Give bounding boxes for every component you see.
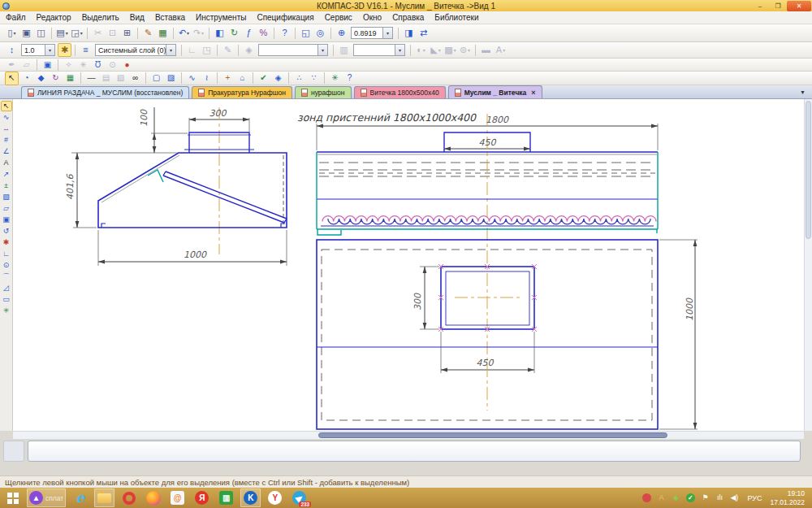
- property-panel[interactable]: [28, 441, 801, 462]
- tool-editing[interactable]: ↗: [1, 169, 12, 180]
- context-help-button[interactable]: ?: [278, 26, 292, 40]
- menu-item-спецификация[interactable]: Спецификация: [257, 13, 313, 22]
- menu-item-сервис[interactable]: Сервис: [325, 13, 352, 22]
- tool-text[interactable]: A: [1, 158, 12, 168]
- taskbar-app-alice[interactable]: ▲сплат: [27, 488, 66, 507]
- select-by-props-button[interactable]: ↻: [49, 72, 63, 85]
- horizontal-scrollbar[interactable]: [13, 431, 804, 439]
- document-tab-3[interactable]: нурафшон: [295, 86, 352, 98]
- tool-triangle[interactable]: ◿: [1, 283, 12, 293]
- macro-icon-2[interactable]: ▱: [19, 58, 33, 72]
- spreadsheet-button[interactable]: ▦: [156, 26, 170, 40]
- taskbar-app-store[interactable]: ▥: [216, 488, 236, 507]
- view-combo[interactable]: ▾: [258, 44, 328, 56]
- start-button[interactable]: [2, 488, 23, 507]
- assoc-on-button[interactable]: ∴: [292, 72, 306, 85]
- tool-corner[interactable]: ∟: [1, 249, 12, 259]
- print-area-button[interactable]: ▤: [99, 72, 113, 85]
- color-style-button[interactable]: ⊜▾: [458, 43, 472, 57]
- document-tab-5[interactable]: Муслим _ Витечка×: [448, 85, 542, 98]
- tray-icon-shield[interactable]: ◆: [671, 492, 680, 505]
- taskbar-app-photos[interactable]: @: [167, 488, 188, 507]
- cut-button[interactable]: ✂: [91, 26, 105, 40]
- redo-button[interactable]: ↷▾: [192, 26, 205, 40]
- menu-item-библиотеки[interactable]: Библиотеки: [434, 13, 478, 22]
- spline-edit-button[interactable]: ∿: [185, 72, 199, 85]
- open-document-button[interactable]: ▣: [19, 26, 33, 40]
- tool-geometry[interactable]: ∿: [1, 112, 12, 123]
- menu-item-редактор[interactable]: Редактор: [37, 13, 71, 22]
- taskbar-clock[interactable]: 19:10 17.01.2022: [770, 489, 805, 506]
- tool-selection[interactable]: ↖: [1, 101, 12, 111]
- menu-item-инструменты[interactable]: Инструменты: [196, 13, 246, 22]
- property-panel-grip[interactable]: [3, 441, 24, 462]
- menu-item-вставка[interactable]: Вставка: [155, 13, 185, 22]
- select-hatch-button[interactable]: ▨: [164, 72, 178, 85]
- taskbar-app-yandex-browser[interactable]: Я: [192, 488, 212, 507]
- copy-properties-button[interactable]: ✎: [141, 26, 155, 40]
- layers-button[interactable]: ≡: [79, 43, 93, 57]
- select-tool-button[interactable]: ↖: [5, 72, 19, 85]
- horizontal-scrollbar-thumb[interactable]: [318, 432, 667, 438]
- document-tab-1[interactable]: ЛИНИЯ РАЗДАЧА _ МУСЛИМ (восстановлен): [21, 86, 189, 98]
- taskbar-app-opera[interactable]: [119, 488, 139, 507]
- plugin-button[interactable]: Ʊ: [91, 58, 105, 72]
- select-circle-button[interactable]: ◔: [19, 72, 33, 85]
- print-button[interactable]: ▤▾: [55, 26, 69, 40]
- tool-circle[interactable]: ⊙: [1, 260, 12, 271]
- web-library-button[interactable]: ✳: [328, 72, 342, 85]
- taskbar-app-ie[interactable]: e: [70, 488, 90, 507]
- view-orientation-button[interactable]: ◳: [200, 43, 214, 57]
- taskbar-app-telegram[interactable]: ▶233: [289, 488, 309, 507]
- zoom-area-button[interactable]: ◱: [299, 26, 313, 40]
- taskbar-app-kompas[interactable]: K: [240, 488, 261, 507]
- tray-icon-app[interactable]: [641, 492, 651, 505]
- hatch-style-button[interactable]: ▩▾: [443, 43, 457, 57]
- tray-icon-flag[interactable]: ⚑: [700, 492, 710, 505]
- tool-frame[interactable]: ▭: [1, 294, 12, 305]
- area-button[interactable]: ⌂: [235, 72, 249, 85]
- select-prev-button[interactable]: ◆: [34, 72, 48, 85]
- find-button[interactable]: ∞: [128, 72, 142, 85]
- vertical-scrollbar[interactable]: [804, 99, 812, 431]
- tool-angle[interactable]: ∠: [1, 146, 12, 157]
- rebuild-button[interactable]: ↻: [227, 26, 241, 40]
- edit-style-button[interactable]: ✎: [221, 43, 235, 57]
- insert-view-button[interactable]: ◈: [242, 43, 256, 57]
- select-table-button[interactable]: ▦: [63, 72, 77, 85]
- print-preview-button[interactable]: ◲▾: [70, 26, 84, 40]
- tool-rotate[interactable]: ↺: [1, 226, 12, 237]
- menu-item-окно[interactable]: Окно: [363, 13, 382, 22]
- tray-icon-network[interactable]: ılı: [715, 492, 724, 505]
- document-views-button[interactable]: ◨: [402, 26, 416, 40]
- taskbar-app-firefox[interactable]: [143, 488, 163, 507]
- taskbar-app-yandex-search[interactable]: Y: [265, 488, 285, 507]
- new-document-button[interactable]: ▯▾: [5, 26, 19, 40]
- zoom-in-button[interactable]: ⊕: [335, 26, 348, 40]
- pen-style-button[interactable]: ◣▾: [429, 43, 443, 57]
- tool-hatching[interactable]: ▧: [1, 192, 12, 202]
- tool-arc[interactable]: ⌒: [1, 271, 12, 282]
- text-style-button[interactable]: А▾: [494, 43, 508, 57]
- tool-measure[interactable]: ✱: [1, 237, 12, 248]
- tool-parametrization[interactable]: ±: [1, 180, 12, 191]
- layer-view-button[interactable]: ▧: [114, 72, 127, 85]
- fit-scale-button[interactable]: ↕: [5, 43, 19, 57]
- document-tab-2[interactable]: Пракуратура Нурафшон: [192, 86, 292, 98]
- refresh-view-button[interactable]: ⇄: [417, 26, 430, 40]
- menu-item-справка[interactable]: Справка: [392, 13, 424, 22]
- drawing-svg[interactable]: зонд пристенний 1800х1000х400 300 100 40…: [13, 99, 804, 431]
- tray-icon-volume[interactable]: ◀): [729, 492, 739, 505]
- variables-button[interactable]: ƒ: [242, 26, 256, 40]
- paste-button[interactable]: ⊞: [120, 26, 134, 40]
- link-break-button[interactable]: ✳: [76, 58, 90, 72]
- record-macro-button[interactable]: ●: [120, 58, 134, 72]
- tray-icon-letter-a[interactable]: A: [656, 492, 666, 505]
- macro-icon-1[interactable]: ✒: [5, 58, 19, 72]
- state-button[interactable]: ▥: [337, 43, 351, 57]
- menu-item-выделить[interactable]: Выделить: [82, 13, 119, 22]
- tool-extra[interactable]: ✳: [1, 306, 12, 316]
- zoom-selected-button[interactable]: ◎: [313, 26, 327, 40]
- tool-designations[interactable]: #: [1, 135, 12, 145]
- tray-icon-check[interactable]: ✓: [685, 492, 695, 505]
